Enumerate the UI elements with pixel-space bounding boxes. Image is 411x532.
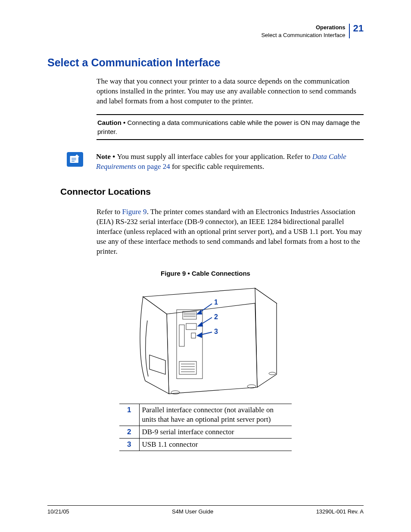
footer-docnum: 13290L-001 Rev. A <box>316 508 364 515</box>
note-before-link: You must supply all interface cables for… <box>117 152 312 161</box>
legend-table: 1 Parallel interface connector (not avai… <box>119 404 292 451</box>
note-icon <box>67 152 83 167</box>
legend-num: 1 <box>119 404 139 426</box>
callout-2: 2 <box>214 313 218 321</box>
table-row: 3 USB 1.1 connector <box>119 439 292 451</box>
intro-paragraph: The way that you connect your printer to… <box>97 77 364 106</box>
page-title: Select a Communication Interface <box>47 56 364 69</box>
figure-caption: Figure 9 • Cable Connections <box>47 270 364 277</box>
footer-date: 10/21/05 <box>47 508 69 515</box>
note-label: Note • <box>96 152 117 161</box>
callout-3: 3 <box>214 328 218 336</box>
header-section: Select a Communication Interface <box>261 31 345 39</box>
note-row: Note • You must supply all interface cab… <box>67 152 364 172</box>
header-chapter: Operations <box>261 24 345 31</box>
svg-marker-7 <box>167 303 257 394</box>
figure-cable-connections: 1 2 3 <box>126 284 285 396</box>
page-header: Operations Select a Communication Interf… <box>47 24 364 39</box>
callout-1: 1 <box>214 299 218 306</box>
table-row: 2 DB-9 serial interface connector <box>119 426 292 438</box>
page-number: 21 <box>353 24 364 33</box>
note-link-tail[interactable]: on page 24 <box>136 162 170 171</box>
legend-desc: DB-9 serial interface connector <box>139 426 292 438</box>
legend-num: 3 <box>119 439 139 451</box>
legend-num: 2 <box>119 426 139 438</box>
header-divider <box>349 24 350 38</box>
legend-desc: USB 1.1 connector <box>139 439 292 451</box>
figure-reference[interactable]: Figure 9 <box>122 208 146 216</box>
legend-desc: Parallel interface connector (not availa… <box>139 404 292 426</box>
table-row: 1 Parallel interface connector (not avai… <box>119 404 292 426</box>
header-text: Operations Select a Communication Interf… <box>261 24 345 39</box>
para-before-ref: Refer to <box>97 208 122 216</box>
caution-label: Caution • <box>97 119 127 126</box>
subsection-title: Connector Locations <box>60 187 364 197</box>
caution-text: Connecting a data communications cable w… <box>97 119 360 135</box>
page-footer: 10/21/05 S4M User Guide 13290L-001 Rev. … <box>47 505 364 515</box>
footer-title: S4M User Guide <box>172 508 213 515</box>
note-text: Note • You must supply all interface cab… <box>96 152 364 172</box>
connector-paragraph: Refer to Figure 9. The printer comes sta… <box>97 207 364 257</box>
caution-box: Caution • Connecting a data communicatio… <box>97 114 364 140</box>
note-after-link: for specific cable requirements. <box>170 162 265 171</box>
